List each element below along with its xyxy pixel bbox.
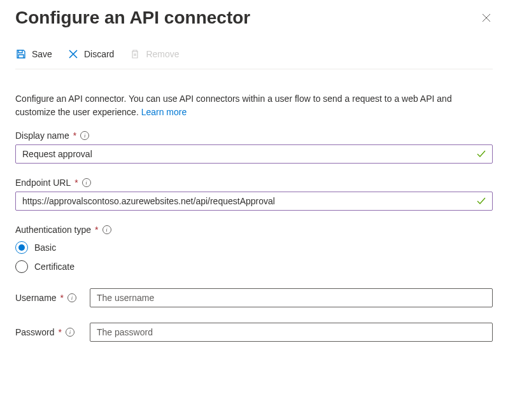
auth-type-basic-radio[interactable]: Basic <box>15 241 493 254</box>
username-input[interactable] <box>90 288 493 307</box>
close-icon <box>481 13 491 23</box>
save-label: Save <box>32 49 52 59</box>
auth-type-basic-label: Basic <box>34 242 56 253</box>
info-icon[interactable]: i <box>82 178 91 187</box>
learn-more-link[interactable]: Learn more <box>141 107 187 117</box>
auth-type-label: Authentication type <box>15 225 91 235</box>
info-icon[interactable]: i <box>102 225 111 234</box>
discard-label: Discard <box>84 49 114 59</box>
trash-icon <box>129 48 141 60</box>
remove-button: Remove <box>129 46 179 62</box>
auth-type-certificate-label: Certificate <box>34 262 74 272</box>
discard-button[interactable]: Discard <box>67 46 114 62</box>
required-indicator: * <box>95 225 98 235</box>
description-text: Configure an API connector. You can use … <box>15 92 493 119</box>
info-icon[interactable]: i <box>66 328 74 337</box>
remove-label: Remove <box>146 49 179 59</box>
required-indicator: * <box>58 327 61 337</box>
display-name-label: Display name <box>15 130 69 141</box>
check-icon <box>476 149 486 159</box>
required-indicator: * <box>74 178 78 188</box>
check-icon <box>476 196 486 206</box>
close-button[interactable] <box>480 11 493 24</box>
save-icon <box>15 48 27 60</box>
password-label: Password <box>15 327 54 337</box>
page-title: Configure an API connector <box>15 8 250 28</box>
display-name-input[interactable] <box>15 144 493 164</box>
auth-type-certificate-radio[interactable]: Certificate <box>15 260 493 273</box>
username-label: Username <box>15 293 57 303</box>
discard-icon <box>67 48 79 60</box>
endpoint-url-input[interactable] <box>15 192 493 211</box>
radio-unselected-icon <box>15 260 28 273</box>
info-icon[interactable]: i <box>80 131 89 140</box>
save-button[interactable]: Save <box>15 46 52 62</box>
required-indicator: * <box>60 293 64 303</box>
required-indicator: * <box>73 130 76 141</box>
password-input[interactable] <box>90 323 493 342</box>
radio-selected-icon <box>15 241 28 254</box>
endpoint-url-label: Endpoint URL <box>15 178 71 188</box>
info-icon[interactable]: i <box>67 293 76 302</box>
